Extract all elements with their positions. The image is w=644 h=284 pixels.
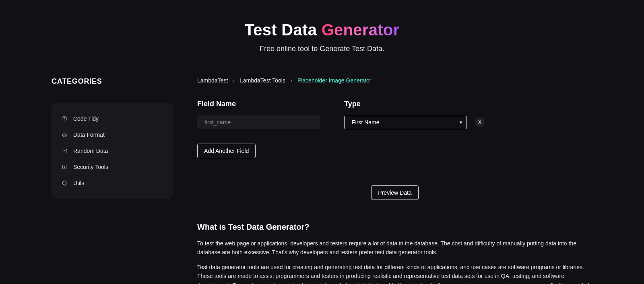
- remove-field-button[interactable]: X: [475, 117, 485, 127]
- code-tidy-icon: [61, 115, 68, 122]
- field-name-header: Field Name: [197, 100, 320, 108]
- data-format-icon: [61, 132, 68, 138]
- type-header: Type: [344, 100, 592, 108]
- security-tools-icon: [61, 164, 68, 170]
- field-row: First Name X: [197, 115, 592, 129]
- breadcrumb-link-root[interactable]: LambdaTest: [197, 77, 228, 84]
- sidebar-item-security-tools[interactable]: Security Tools: [61, 160, 163, 174]
- sidebar-item-random-data[interactable]: Random Data: [61, 144, 163, 158]
- breadcrumb: LambdaTest LambdaTest Tools Placeholder …: [197, 77, 592, 84]
- article-paragraph: Test data generator tools are used for c…: [197, 263, 592, 284]
- title-highlight: Generator: [322, 21, 400, 39]
- sidebar-item-label: Data Format: [73, 132, 105, 138]
- random-data-icon: [61, 148, 68, 154]
- hero: Test Data Generator Free online tool to …: [0, 0, 644, 77]
- field-name-input[interactable]: [197, 115, 320, 129]
- sidebar-item-utils[interactable]: Utils: [61, 176, 163, 190]
- utils-icon: [61, 180, 68, 186]
- preview-data-button[interactable]: Preview Data: [371, 185, 418, 200]
- sidebar-item-label: Code Tidy: [73, 115, 99, 122]
- svg-point-1: [64, 117, 65, 119]
- article-heading: What is Test Data Generator?: [197, 222, 592, 232]
- add-field-button[interactable]: Add Another Field: [197, 144, 256, 158]
- title-prefix: Test Data: [244, 21, 321, 39]
- preview-wrap: Preview Data: [197, 185, 592, 200]
- categories-heading: CATEGORIES: [52, 77, 173, 86]
- main-content: LambdaTest LambdaTest Tools Placeholder …: [197, 77, 592, 284]
- page-subtitle: Free online tool to Generate Test Data.: [0, 45, 644, 53]
- svg-point-3: [64, 167, 65, 168]
- svg-point-0: [62, 116, 67, 121]
- field-header-row: Field Name Type: [197, 100, 592, 108]
- sidebar-item-data-format[interactable]: Data Format: [61, 128, 163, 142]
- article-paragraph: To test the web page or applications, de…: [197, 239, 592, 257]
- type-select-wrap: First Name: [344, 116, 467, 129]
- sidebar-item-label: Random Data: [73, 148, 108, 154]
- svg-rect-2: [62, 165, 66, 169]
- chevron-right-icon: [289, 77, 293, 84]
- breadcrumb-current[interactable]: Placeholder Image Generator: [297, 77, 372, 84]
- sidebar-item-label: Security Tools: [73, 164, 108, 170]
- sidebar: CATEGORIES Code Tidy Data Format Random …: [52, 77, 173, 284]
- categories-list: Code Tidy Data Format Random Data Securi…: [52, 103, 173, 199]
- page-title: Test Data Generator: [0, 21, 644, 39]
- sidebar-item-label: Utils: [73, 180, 84, 186]
- chevron-right-icon: [232, 77, 236, 84]
- type-select[interactable]: First Name: [344, 116, 467, 129]
- sidebar-item-code-tidy[interactable]: Code Tidy: [61, 111, 163, 126]
- breadcrumb-link-tools[interactable]: LambdaTest Tools: [240, 77, 285, 84]
